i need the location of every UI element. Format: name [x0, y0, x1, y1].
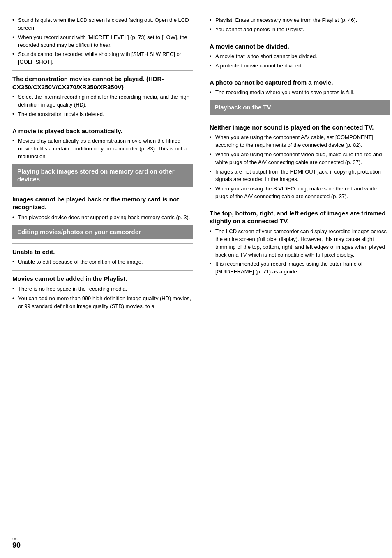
playback-tv-header: Playback on the TV	[210, 100, 390, 115]
auto-playback-bullet-1: Movies play automatically as a demonstra…	[12, 137, 193, 161]
images-not-recognized-bullets: The playback device does not support pla…	[12, 214, 193, 222]
cannot-divide-bullet-1: A movie that is too short cannot be divi…	[210, 53, 390, 60]
photo-capture-bullets: The recording media where you want to sa…	[210, 89, 390, 97]
demo-movies-bullet-2: The demonstration movie is deleted.	[12, 111, 193, 118]
divider-2	[12, 123, 193, 123]
cannot-divide-title: A movie cannot be divided.	[210, 42, 390, 51]
demo-movies-bullets: Select the internal recording media for …	[12, 93, 193, 118]
divider-4	[12, 243, 193, 244]
divider-r4	[210, 205, 390, 205]
playlist-section: Movies cannot be added in the Playlist. …	[12, 275, 193, 310]
demo-movies-bullet-1: Select the internal recording media for …	[12, 93, 193, 109]
unable-to-edit-title: Unable to edit.	[12, 248, 193, 256]
playlist-bullets: There is no free space in the recording …	[12, 285, 193, 310]
divider-r2	[210, 74, 390, 74]
playing-back-header: Playing back images stored on memory car…	[12, 164, 193, 187]
divider-3	[12, 191, 193, 191]
edges-trimmed-section: The top, bottom, right, and left edges o…	[210, 209, 390, 276]
playlist-bullet-1: There is no free space in the recording …	[12, 285, 193, 293]
intro-bullet-1: Sound is quiet when the LCD screen is cl…	[12, 16, 193, 32]
intro-right-bullet-2: You cannot add photos in the Playlist.	[210, 26, 390, 34]
no-image-sound-bullet-1: When you are using the component A/V cab…	[210, 134, 390, 149]
cannot-divide-bullet-2: A protected movie cannot be divided.	[210, 62, 390, 70]
photo-capture-section: A photo cannot be captured from a movie.…	[210, 79, 390, 97]
page-footer: US 90	[12, 537, 21, 550]
no-image-sound-bullets: When you are using the component A/V cab…	[210, 134, 390, 201]
photo-capture-bullet-1: The recording media where you want to sa…	[210, 89, 390, 97]
intro-bullet-3: Sounds cannot be recorded while shooting…	[12, 51, 193, 66]
cannot-divide-bullets: A movie that is too short cannot be divi…	[210, 53, 390, 70]
no-image-sound-bullet-2: When you are using the component video p…	[210, 151, 390, 167]
intro-bullet-2: When you record sound with [MICREF LEVEL…	[12, 34, 193, 49]
us-label: US	[12, 537, 18, 541]
right-column: Playlist. Erase unnecessary movies from …	[201, 16, 390, 542]
auto-playback-section: A movie is played back automatically. Mo…	[12, 127, 193, 161]
no-image-sound-section: Neither image nor sound is played on the…	[210, 123, 390, 201]
divider-5	[12, 270, 193, 271]
edges-trimmed-bullet-2: It is recommended you record images usin…	[210, 260, 390, 276]
no-image-sound-bullet-4: When you are using the S VIDEO plug, mak…	[210, 185, 390, 201]
intro-bullets-right: Playlist. Erase unnecessary movies from …	[210, 16, 390, 34]
images-not-recognized-section: Images cannot be played back or the memo…	[12, 195, 193, 222]
images-not-recognized-bullet-1: The playback device does not support pla…	[12, 214, 193, 222]
editing-header: Editing movies/photos on your camcorder	[12, 225, 193, 239]
divider-1	[12, 70, 193, 71]
playlist-title: Movies cannot be added in the Playlist.	[12, 275, 193, 283]
left-column: Sound is quiet when the LCD screen is cl…	[12, 16, 201, 542]
edges-trimmed-bullet-1: The LCD screen of your camcorder can dis…	[210, 228, 390, 259]
playlist-bullet-2: You can add no more than 999 high defini…	[12, 295, 193, 310]
unable-to-edit-section: Unable to edit. Unable to edit because o…	[12, 248, 193, 266]
no-image-sound-bullet-3: Images are not output from the HDMI OUT …	[210, 168, 390, 184]
unable-to-edit-bullet-1: Unable to edit because of the condition …	[12, 258, 193, 266]
auto-playback-title: A movie is played back automatically.	[12, 127, 193, 135]
demo-movies-title: The demonstration movies cannot be playe…	[12, 75, 193, 91]
no-image-sound-title: Neither image nor sound is played on the…	[210, 123, 390, 132]
images-not-recognized-title: Images cannot be played back or the memo…	[12, 195, 193, 211]
divider-r3	[210, 119, 390, 119]
edges-trimmed-title: The top, bottom, right, and left edges o…	[210, 209, 390, 225]
photo-capture-title: A photo cannot be captured from a movie.	[210, 79, 390, 87]
page-number: 90	[12, 541, 21, 550]
auto-playback-bullets: Movies play automatically as a demonstra…	[12, 137, 193, 161]
divider-r1	[210, 38, 390, 38]
cannot-divide-section: A movie cannot be divided. A movie that …	[210, 42, 390, 70]
unable-to-edit-bullets: Unable to edit because of the condition …	[12, 258, 193, 266]
intro-bullets-left: Sound is quiet when the LCD screen is cl…	[12, 16, 193, 66]
edges-trimmed-bullets: The LCD screen of your camcorder can dis…	[210, 228, 390, 276]
demo-movies-section: The demonstration movies cannot be playe…	[12, 75, 193, 118]
intro-right-bullet-1: Playlist. Erase unnecessary movies from …	[210, 16, 390, 24]
